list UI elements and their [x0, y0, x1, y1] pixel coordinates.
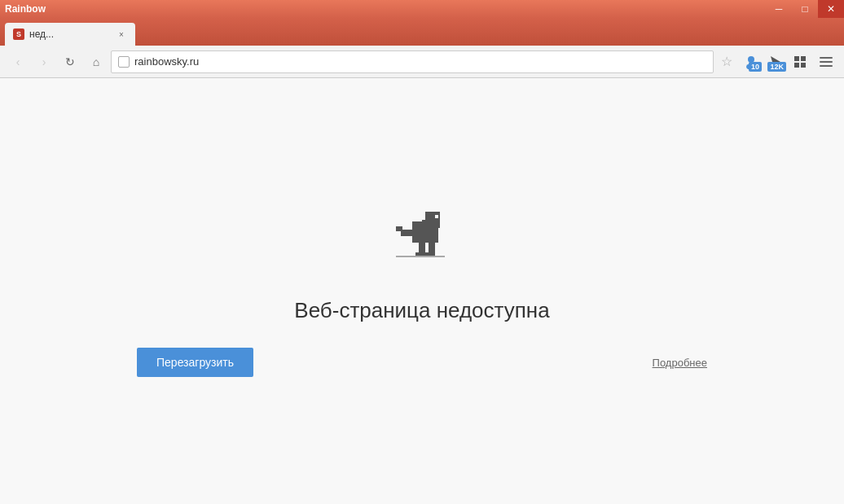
toolbar-icons: 10 12K [740, 50, 811, 73]
extension-icon-2[interactable]: 12K [764, 50, 787, 73]
details-link[interactable]: Подробнее [653, 357, 707, 369]
error-title: Веб-страница недоступна [294, 298, 549, 323]
navbar: ‹ › ↻ ⌂ rainbowsky.ru ☆ 10 12K [0, 46, 844, 78]
svg-rect-14 [432, 234, 438, 239]
forward-button[interactable]: › [33, 50, 55, 73]
svg-rect-15 [419, 243, 425, 254]
address-text: rainbowsky.ru [134, 55, 706, 68]
window-controls: ─ □ ✕ [766, 0, 844, 18]
menu-line-1 [820, 57, 833, 59]
chrome-menu-button[interactable] [815, 50, 837, 73]
home-button[interactable]: ⌂ [85, 50, 108, 73]
badge-1: 10 [749, 62, 762, 72]
close-button[interactable]: ✕ [818, 0, 844, 18]
tab-label: нед... [29, 28, 111, 40]
extension-icon-1[interactable]: 10 [740, 50, 763, 73]
tabbar: S нед... × [0, 18, 844, 46]
svg-rect-19 [396, 256, 445, 257]
tab-favicon: S [13, 28, 24, 40]
app-title: Rainbow [5, 3, 46, 15]
address-bar[interactable]: rainbowsky.ru [111, 50, 714, 73]
svg-rect-16 [429, 243, 435, 254]
dino-icon [389, 205, 455, 262]
menu-line-3 [820, 65, 833, 67]
badge-2: 12K [767, 62, 786, 72]
grid-icon [793, 55, 807, 69]
maximize-button[interactable]: □ [792, 0, 818, 18]
back-button[interactable]: ‹ [7, 50, 29, 73]
reload-page-button[interactable]: Перезагрузить [137, 348, 253, 377]
reload-button[interactable]: ↻ [59, 50, 81, 73]
error-actions: Перезагрузить Подробнее [137, 348, 707, 377]
star-icon: ☆ [721, 54, 732, 69]
svg-rect-11 [422, 220, 430, 226]
extension-icon-3[interactable] [789, 50, 811, 73]
svg-rect-12 [401, 230, 414, 236]
menu-line-2 [820, 61, 833, 63]
dino-container [389, 205, 455, 265]
browser-tab[interactable]: S нед... × [5, 23, 135, 46]
address-security-icon [118, 56, 130, 68]
minimize-button[interactable]: ─ [766, 0, 792, 18]
svg-rect-9 [435, 215, 438, 218]
svg-rect-6 [801, 63, 806, 68]
titlebar: Rainbow ─ □ ✕ [0, 0, 844, 18]
svg-rect-4 [801, 56, 806, 61]
svg-rect-5 [794, 63, 799, 68]
bookmark-button[interactable]: ☆ [717, 52, 736, 72]
svg-rect-17 [415, 252, 425, 256]
svg-rect-13 [396, 226, 402, 231]
tab-close-button[interactable]: × [116, 28, 127, 40]
svg-rect-18 [425, 252, 435, 256]
svg-rect-3 [794, 56, 799, 61]
page-content: Веб-страница недоступна Перезагрузить По… [0, 78, 844, 504]
